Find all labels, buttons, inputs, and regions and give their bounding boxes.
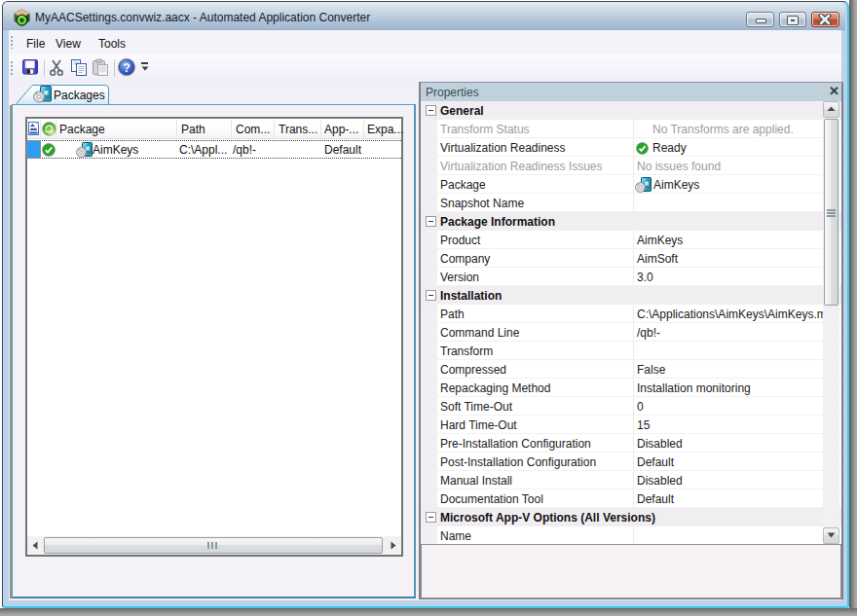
svg-text:?: ? — [123, 61, 130, 75]
